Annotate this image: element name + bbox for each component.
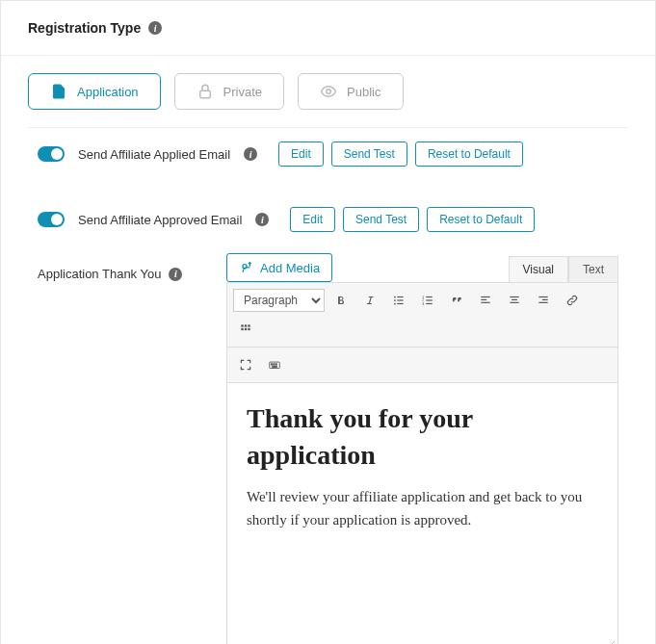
- svg-point-7: [394, 303, 396, 305]
- reset-default-button[interactable]: Reset to Default: [415, 142, 523, 167]
- edit-button[interactable]: Edit: [290, 207, 335, 232]
- keyboard-button[interactable]: [262, 352, 287, 377]
- send-test-button[interactable]: Send Test: [343, 207, 419, 232]
- svg-rect-18: [510, 296, 518, 297]
- content-heading: Thank you for your application: [247, 400, 598, 474]
- tab-application[interactable]: Application: [28, 73, 161, 110]
- lock-icon: [197, 83, 214, 100]
- align-left-icon: [479, 292, 492, 309]
- reset-default-button[interactable]: Reset to Default: [427, 207, 535, 232]
- svg-rect-28: [245, 328, 247, 330]
- link-button[interactable]: [560, 288, 585, 313]
- send-test-button[interactable]: Send Test: [331, 142, 407, 167]
- svg-rect-32: [274, 364, 275, 365]
- eye-icon: [320, 83, 337, 100]
- tab-private[interactable]: Private: [174, 73, 284, 110]
- add-media-button[interactable]: Add Media: [226, 253, 332, 282]
- svg-rect-6: [397, 299, 403, 300]
- editor-tab-text[interactable]: Text: [568, 256, 618, 282]
- svg-rect-24: [241, 324, 243, 326]
- svg-rect-26: [248, 324, 249, 326]
- toggle-applied-email[interactable]: [38, 146, 65, 162]
- toolbar-toggle-icon: [239, 321, 252, 338]
- svg-rect-23: [538, 302, 547, 303]
- info-icon[interactable]: i: [244, 147, 257, 161]
- tab-label: Private: [223, 85, 262, 99]
- align-right-icon: [537, 292, 550, 309]
- resize-handle-icon[interactable]: [604, 638, 616, 644]
- svg-point-1: [327, 90, 331, 94]
- document-icon: [50, 83, 67, 100]
- content-body: We'll review your affiliate application …: [247, 485, 598, 531]
- info-icon[interactable]: i: [169, 268, 182, 281]
- tab-label: Application: [77, 85, 139, 99]
- add-media-label: Add Media: [260, 261, 320, 275]
- svg-rect-31: [272, 364, 273, 365]
- svg-rect-17: [481, 302, 489, 303]
- toolbar-toggle-button[interactable]: [233, 317, 258, 342]
- svg-rect-29: [248, 328, 249, 330]
- link-icon: [565, 292, 579, 309]
- svg-rect-8: [397, 303, 403, 304]
- format-select[interactable]: Paragraph: [233, 289, 325, 312]
- align-left-button[interactable]: [473, 288, 498, 313]
- svg-rect-15: [481, 296, 489, 297]
- toggle-approved-email[interactable]: [38, 212, 65, 227]
- numbered-list-button[interactable]: 123: [415, 288, 440, 313]
- svg-rect-20: [510, 302, 518, 303]
- editor-content-area[interactable]: Thank you for your application We'll rev…: [226, 383, 618, 644]
- fullscreen-icon: [239, 356, 252, 374]
- tab-public[interactable]: Public: [298, 73, 403, 110]
- thank-you-label: Application Thank You: [38, 267, 161, 281]
- applied-email-label: Send Affiliate Applied Email: [78, 147, 230, 162]
- svg-rect-16: [481, 299, 486, 300]
- tab-label: Public: [347, 85, 380, 99]
- section-title: Registration Type: [28, 20, 141, 36]
- svg-rect-34: [273, 366, 277, 367]
- svg-rect-25: [245, 324, 247, 326]
- svg-point-5: [394, 299, 396, 301]
- blockquote-button[interactable]: [444, 288, 469, 313]
- bold-icon: [334, 292, 348, 309]
- svg-rect-10: [426, 296, 432, 297]
- italic-button[interactable]: [357, 288, 382, 313]
- quote-icon: [450, 292, 463, 309]
- align-center-button[interactable]: [502, 288, 527, 313]
- svg-rect-14: [426, 303, 432, 304]
- svg-rect-12: [426, 299, 432, 300]
- info-icon[interactable]: i: [255, 213, 269, 226]
- fullscreen-button[interactable]: [233, 352, 258, 377]
- bullet-list-button[interactable]: [386, 288, 411, 313]
- bold-button[interactable]: [328, 288, 354, 313]
- svg-rect-33: [276, 364, 276, 365]
- svg-rect-4: [397, 296, 403, 297]
- svg-rect-19: [512, 299, 517, 300]
- align-right-button[interactable]: [531, 288, 556, 313]
- media-icon: [239, 260, 254, 275]
- bullet-list-icon: [392, 292, 406, 309]
- editor-tab-visual[interactable]: Visual: [509, 256, 568, 282]
- svg-rect-22: [542, 299, 548, 300]
- numbered-list-icon: 123: [421, 292, 434, 309]
- info-icon[interactable]: i: [148, 21, 162, 35]
- edit-button[interactable]: Edit: [278, 142, 324, 167]
- italic-icon: [363, 292, 377, 309]
- svg-rect-21: [538, 296, 547, 297]
- svg-rect-27: [241, 328, 243, 330]
- svg-text:3: 3: [422, 302, 424, 306]
- svg-rect-0: [199, 90, 210, 98]
- keyboard-icon: [268, 356, 281, 374]
- align-center-icon: [508, 292, 521, 309]
- approved-email-label: Send Affiliate Approved Email: [78, 213, 242, 227]
- svg-point-3: [394, 296, 396, 298]
